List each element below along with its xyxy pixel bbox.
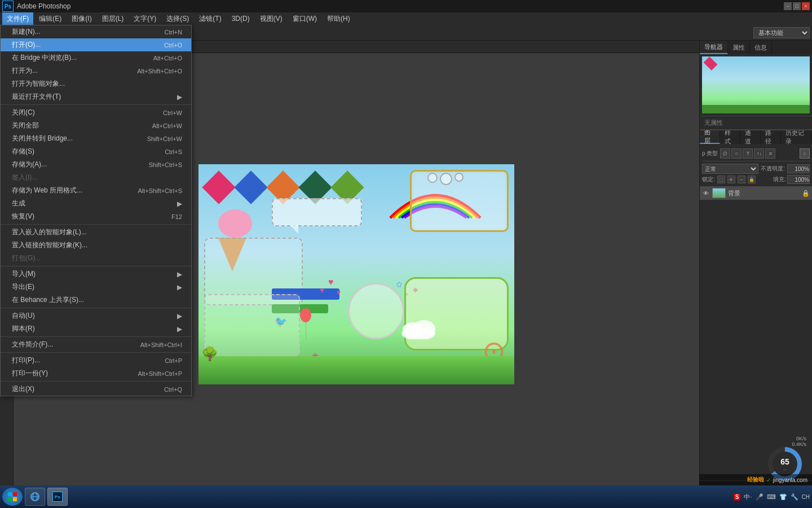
menu-package: 打包(G)...	[1, 252, 191, 265]
taskbar-photoshop[interactable]: Ps	[47, 488, 68, 506]
ground	[198, 356, 514, 384]
tab-layers[interactable]: 图层	[700, 130, 720, 144]
layer-thumbnail	[712, 188, 726, 198]
tab-attributes[interactable]: 属性	[728, 41, 750, 54]
lock-btn-1[interactable]: ⬚	[717, 176, 725, 183]
titlebar-left: Ps Adobe Photoshop	[2, 1, 70, 12]
menu-view[interactable]: 视图(V)	[255, 12, 287, 25]
menu-close-bridge[interactable]: 关闭并转到 Bridge... Shift+Ctrl+W	[1, 132, 191, 145]
menu-edit[interactable]: 编辑(E)	[34, 12, 66, 25]
speech-bubble	[272, 198, 362, 226]
flower-decoration: ✿	[396, 280, 403, 289]
taskbar-settings-icon[interactable]: 🔧	[791, 493, 798, 501]
maximize-button[interactable]: □	[793, 2, 801, 10]
tab-info[interactable]: 信息	[750, 41, 772, 54]
layers-filter-toolbar: ρ 类型 ∅ ○ T ↑↓ ≡ ○	[702, 146, 810, 161]
lock-btn-2[interactable]: ✛	[727, 176, 735, 183]
taskbar-time: CH	[802, 494, 810, 500]
menu-browse-bridge[interactable]: 在 Bridge 中浏览(B)... Alt+Ctrl+O	[1, 51, 191, 64]
menu-scripts[interactable]: 脚本(R) ▶	[1, 322, 191, 335]
menu-recent[interactable]: 最近打开文件(T) ▶	[1, 90, 191, 103]
filter-label: ρ 类型	[702, 150, 718, 157]
menu-3d[interactable]: 3D(D)	[227, 12, 254, 25]
menu-image[interactable]: 图像(I)	[67, 12, 96, 25]
menu-new[interactable]: 新建(N)... Ctrl+N	[1, 25, 191, 38]
filter-btn-3[interactable]: T	[743, 148, 753, 159]
menu-close[interactable]: 关闭(C) Ctrl+W	[1, 106, 191, 119]
menu-exit[interactable]: 退出(X) Ctrl+Q	[1, 383, 191, 396]
lock-row: 锁定: ⬚ ✛ ↔ 🔒 填充:	[702, 175, 810, 184]
menu-generate[interactable]: 生成 ▶	[1, 197, 191, 210]
menu-save[interactable]: 存储(S) Ctrl+S	[1, 145, 191, 158]
taskbar-keyboard-icon[interactable]: ⌨	[767, 493, 776, 501]
opacity-input[interactable]	[787, 164, 810, 173]
svg-point-23	[413, 320, 435, 338]
menu-help[interactable]: 帮助(H)	[323, 12, 355, 25]
menu-text[interactable]: 文字(Y)	[129, 12, 161, 25]
tab-history[interactable]: 历史记录	[781, 130, 812, 144]
tab-paths[interactable]: 路径	[761, 130, 781, 144]
taskbar-shirt-icon[interactable]: 👕	[779, 493, 787, 501]
menu-automate[interactable]: 自动(U) ▶	[1, 309, 191, 322]
lock-btn-4[interactable]: 🔒	[748, 176, 756, 183]
titlebar-title: Adobe Photoshop	[17, 2, 70, 10]
tab-channels[interactable]: 通道	[740, 130, 761, 144]
menu-print-one[interactable]: 打印一份(Y) Alt+Shift+Ctrl+P	[1, 367, 191, 380]
taskbar-ie[interactable]	[25, 488, 45, 506]
menu-file[interactable]: 文件(F)	[2, 12, 33, 25]
tab-styles[interactable]: 样式	[720, 130, 740, 144]
layer-visibility-eye[interactable]: 👁	[702, 189, 710, 197]
clouds	[396, 317, 441, 339]
menu-place-linked[interactable]: 置入链接的智能对象(K)...	[1, 239, 191, 252]
titlebar: Ps Adobe Photoshop − □ ×	[0, 0, 812, 12]
taskbar-s-icon[interactable]: S	[734, 493, 741, 501]
filter-btn-5[interactable]: ≡	[765, 148, 775, 159]
taskbar: Ps S 中· 🎤 ⌨ 👕 🔧 CH	[0, 485, 812, 508]
titlebar-controls[interactable]: − □ ×	[784, 2, 810, 10]
blend-mode-select[interactable]: 正常	[702, 164, 758, 174]
menu-open-as[interactable]: 打开为... Alt+Shift+Ctrl+O	[1, 64, 191, 77]
file-dropdown-menu: 新建(N)... Ctrl+N 打开(O)... Ctrl+O 在 Bridge…	[0, 25, 192, 396]
menu-layer[interactable]: 图层(L)	[98, 12, 129, 25]
menu-print[interactable]: 打印(P)... Ctrl+P	[1, 354, 191, 367]
speed-inner: 65 ...	[773, 452, 797, 476]
layer-background[interactable]: 👁 背景 🔒	[700, 186, 812, 200]
separator-5	[1, 336, 191, 337]
menu-save-web[interactable]: 存储为 Web 所用格式... Alt+Shift+Ctrl+S	[1, 184, 191, 197]
jingyanla-brand: 经验啦	[747, 476, 764, 484]
menu-import[interactable]: 导入(M) ▶	[1, 268, 191, 281]
taskbar-lang[interactable]: 中·	[744, 493, 752, 501]
menu-window[interactable]: 窗口(W)	[288, 12, 321, 25]
close-button[interactable]: ×	[802, 2, 810, 10]
fill-input[interactable]	[787, 175, 810, 184]
menu-behance[interactable]: 在 Behance 上共享(S)...	[1, 294, 191, 306]
menu-save-as[interactable]: 存储为(A)... Shift+Ctrl+S	[1, 158, 191, 171]
taskbar-mic-icon[interactable]: 🎤	[756, 493, 764, 501]
menu-place-embedded[interactable]: 置入嵌入的智能对象(L)...	[1, 226, 191, 239]
menu-open[interactable]: 打开(O)... Ctrl+O	[1, 38, 191, 51]
menu-file-info[interactable]: 文件简介(F)... Alt+Shift+Ctrl+I	[1, 338, 191, 351]
menubar: 文件(F) 编辑(E) 图像(I) 图层(L) 文字(Y) 选择(S) 滤镜(T…	[0, 12, 812, 25]
layers-panel-tabs: 图层 样式 通道 路径 历史记录	[700, 130, 812, 144]
tab-navigator[interactable]: 导航器	[700, 41, 728, 54]
lock-btn-3[interactable]: ↔	[738, 176, 745, 183]
navigator-preview	[702, 56, 810, 113]
heart-1: ♥	[328, 277, 334, 287]
menu-filter[interactable]: 滤镜(T)	[195, 12, 226, 25]
navigator-preview-inner	[702, 56, 810, 113]
filter-btn-2[interactable]: ○	[731, 148, 742, 159]
menu-revert[interactable]: 恢复(V) F12	[1, 210, 191, 223]
filter-btn-4[interactable]: ↑↓	[754, 148, 764, 159]
svg-rect-26	[8, 497, 12, 501]
workspace-select[interactable]: 基本功能	[753, 27, 810, 38]
filter-toggle[interactable]: ○	[800, 148, 810, 159]
layers-filters: ρ 类型 ∅ ○ T ↑↓ ≡ ○ 正常 不透明度:	[700, 144, 812, 186]
minimize-button[interactable]: −	[784, 2, 792, 10]
jingyanla-url: jingyanla.com	[773, 477, 807, 483]
menu-open-smart[interactable]: 打开为智能对象...	[1, 77, 191, 90]
menu-select[interactable]: 选择(S)	[162, 12, 193, 25]
menu-close-all[interactable]: 关闭全部 Alt+Ctrl+W	[1, 119, 191, 132]
filter-btn-1[interactable]: ∅	[720, 148, 730, 159]
menu-export[interactable]: 导出(E) ▶	[1, 281, 191, 294]
start-button[interactable]	[2, 488, 23, 506]
